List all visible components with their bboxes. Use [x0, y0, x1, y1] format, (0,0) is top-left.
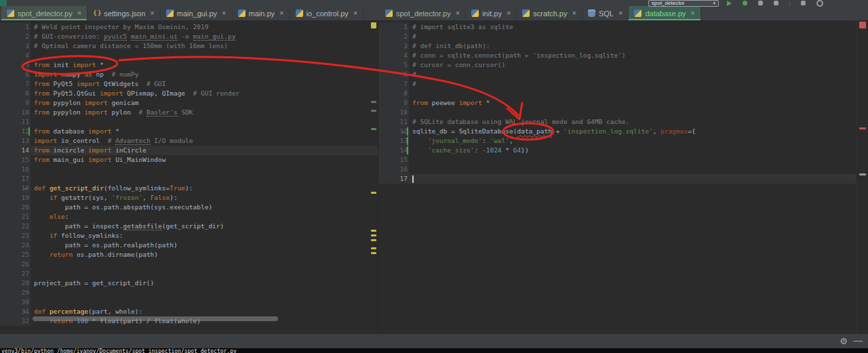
vcs-update-icon[interactable]	[801, 1, 806, 5]
code-line-8[interactable]: 8	[378, 89, 856, 98]
code-line-5[interactable]: 5from init import *	[0, 60, 378, 70]
gutter-cell[interactable]: 14	[0, 146, 31, 155]
tab-spot_detector.py[interactable]: spot_detector.py×	[1, 6, 87, 20]
gutter-cell[interactable]: 1	[0, 22, 31, 32]
tab-io_control.py[interactable]: io_control.py×	[290, 6, 364, 20]
search-icon[interactable]	[816, 0, 823, 7]
code-line-5[interactable]: 5# cursor = conn.cursor()	[378, 60, 856, 70]
code-line-1[interactable]: 1# Weld point inspector by Maxim Osminin…	[0, 22, 378, 32]
stripe-mark[interactable]	[859, 127, 866, 129]
gutter-cell[interactable]: 6	[0, 70, 31, 79]
code-line-6[interactable]: 6import numpy as np # numPy	[0, 70, 378, 79]
editor-pane-right[interactable]: 1# import sqlite3 as sqlite2#3# def init…	[378, 21, 856, 333]
code-line-22[interactable]: 22 path = inspect.getabsfile(get_script_…	[0, 222, 378, 231]
gutter-cell[interactable]: 11	[0, 117, 31, 127]
close-tab-icon[interactable]: ×	[456, 9, 460, 17]
code-line-7[interactable]: 7from PyQt5 import QtWidgets # GUI	[0, 79, 378, 89]
code-line-12[interactable]: 12−sqlite_db = SqliteDatabase(data_path …	[378, 127, 856, 136]
code-line-2[interactable]: 2#	[378, 32, 856, 41]
code-line-14[interactable]: 14 'cache_size': -1024 * 64})	[378, 146, 856, 155]
gutter-cell[interactable]: 9	[378, 98, 409, 108]
code-line-26[interactable]: 26	[0, 259, 378, 269]
gutter-cell[interactable]: 16	[378, 165, 409, 174]
code-area-left[interactable]: 1# Weld point inspector by Maxim Osminin…	[0, 22, 378, 326]
code-line-16[interactable]: 16	[0, 165, 378, 174]
error-stripe-left[interactable]	[370, 21, 378, 333]
gutter-cell[interactable]: 13	[378, 136, 409, 146]
gutter-cell[interactable]: 30	[0, 297, 31, 307]
code-line-3[interactable]: 3# def init_db(path):	[378, 41, 856, 51]
close-tab-icon[interactable]: ×	[353, 9, 357, 17]
gutter-cell[interactable]: 24	[0, 241, 31, 250]
gutter-cell[interactable]: 9	[0, 98, 31, 108]
code-line-6[interactable]: 6#	[378, 70, 856, 79]
stripe-mark[interactable]	[371, 22, 376, 28]
gutter-cell[interactable]: 18−	[0, 184, 31, 193]
fold-icon[interactable]: −	[24, 307, 27, 316]
code-line-9[interactable]: 9from pypylon import genicam	[0, 98, 378, 108]
gutter-cell[interactable]: 25	[0, 250, 31, 259]
code-line-13[interactable]: 13import io_control # Advantech I/O modu…	[0, 136, 378, 146]
gutter-cell[interactable]: 10	[0, 108, 31, 117]
gutter-cell[interactable]: 5	[378, 60, 409, 70]
code-line-14[interactable]: 14from incircle import inCircle	[0, 146, 378, 155]
code-line-10[interactable]: 10	[378, 108, 856, 117]
close-tab-icon[interactable]: ×	[150, 9, 154, 17]
gutter-cell[interactable]: 5	[0, 60, 31, 70]
tab-scratch.py[interactable]: scratch.py×	[517, 6, 583, 20]
horizontal-scrollbar[interactable]	[33, 316, 278, 321]
code-line-13[interactable]: 13 'journal_mode': 'wal',	[378, 136, 856, 146]
close-tab-icon[interactable]: ×	[77, 9, 81, 17]
stripe-mark[interactable]	[371, 234, 376, 236]
code-line-4[interactable]: 4# conn = sqlite.connect(path + 'inspect…	[378, 51, 856, 60]
code-line-28[interactable]: 28project_path = get_script_dir()	[0, 278, 378, 288]
gutter-cell[interactable]: 3	[378, 41, 409, 51]
stripe-mark[interactable]	[371, 110, 376, 112]
code-area-right[interactable]: 1# import sqlite3 as sqlite2#3# def init…	[378, 22, 856, 184]
close-tab-icon[interactable]: ×	[690, 9, 694, 17]
tab-SQL[interactable]: SQL×	[583, 6, 629, 20]
tab-init.py[interactable]: init.py×	[466, 6, 517, 20]
code-line-23[interactable]: 23 if follow_symlinks:	[0, 231, 378, 241]
close-tab-icon[interactable]: ×	[222, 9, 226, 17]
code-line-12[interactable]: 12from database import *	[0, 127, 378, 136]
stripe-mark[interactable]	[371, 192, 376, 194]
gutter-cell[interactable]: 17	[378, 174, 409, 184]
gutter-cell[interactable]: 2	[0, 32, 31, 41]
code-line-11[interactable]: 11	[0, 117, 378, 127]
code-line-29[interactable]: 29	[0, 288, 378, 297]
stripe-mark[interactable]	[371, 252, 376, 254]
stripe-mark[interactable]	[859, 22, 866, 28]
fold-icon[interactable]: −	[24, 184, 27, 193]
close-tab-icon[interactable]: ×	[279, 9, 283, 17]
gutter-cell[interactable]: 19	[0, 193, 31, 203]
code-line-31[interactable]: 31−def percentage(part, whole):	[0, 307, 378, 316]
code-line-4[interactable]: 4	[0, 51, 378, 60]
gutter-cell[interactable]: 27	[0, 269, 31, 278]
stripe-mark[interactable]	[859, 173, 866, 175]
gutter-cell[interactable]: 2	[378, 32, 409, 41]
fold-icon[interactable]: −	[402, 127, 406, 136]
code-line-30[interactable]: 30	[0, 297, 378, 307]
code-line-7[interactable]: 7#	[378, 79, 856, 89]
code-line-3[interactable]: 3# Optimal camera distance = 150mm (with…	[0, 41, 378, 51]
gutter-cell[interactable]: 7	[0, 79, 31, 89]
close-tab-icon[interactable]: ×	[572, 9, 576, 17]
gutter-cell[interactable]: 4	[378, 51, 409, 60]
coverage-icon[interactable]	[758, 1, 763, 5]
code-line-21[interactable]: 21 else:	[0, 212, 378, 222]
code-line-17[interactable]: 17	[0, 174, 378, 184]
gutter-cell[interactable]: 29	[0, 288, 31, 297]
code-line-17[interactable]: 17	[378, 174, 856, 184]
gutter-cell[interactable]: 3	[0, 41, 31, 51]
gear-icon[interactable]: ⚙	[840, 336, 848, 346]
collapse-icon[interactable]: —	[854, 335, 863, 346]
gutter-cell[interactable]: 12−	[378, 127, 409, 136]
code-line-20[interactable]: 20 path = os.path.abspath(sys.executable…	[0, 203, 378, 212]
gutter-cell[interactable]: 15	[0, 155, 31, 165]
gutter-cell[interactable]: 32	[0, 316, 31, 326]
gutter-cell[interactable]: 21	[0, 212, 31, 222]
stripe-mark[interactable]	[371, 101, 376, 103]
gutter-cell[interactable]: 31−	[0, 307, 31, 316]
gutter-cell[interactable]: 14	[378, 146, 409, 155]
